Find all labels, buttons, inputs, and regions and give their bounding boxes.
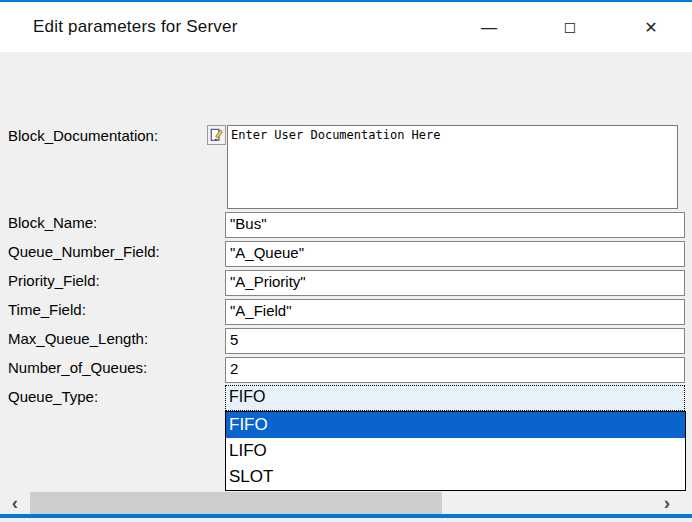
scroll-left-icon[interactable]: ‹ [4, 492, 26, 515]
block-documentation-textarea[interactable]: Enter User Documentation Here [227, 125, 678, 209]
titlebar: Edit parameters for Server — ☐ ✕ [0, 2, 692, 52]
maximize-button[interactable]: ☐ [553, 12, 587, 44]
dialog-body: Block_Documentation: Block_Name: Queue_N… [0, 52, 692, 514]
time-field-input[interactable]: "A_Field" [225, 299, 685, 325]
label-time-field: Time_Field: [8, 301, 86, 318]
label-block-documentation: Block_Documentation: [8, 127, 158, 144]
label-queue-number-field: Queue_Number_Field: [8, 243, 160, 260]
dropdown-option-lifo[interactable]: LIFO [226, 438, 685, 464]
window-title: Edit parameters for Server [33, 17, 238, 37]
label-number-of-queues: Number_of_Queues: [8, 359, 147, 376]
label-priority-field: Priority_Field: [8, 272, 100, 289]
queue-number-field-input[interactable]: "A_Queue" [225, 241, 685, 267]
edit-documentation-button[interactable] [207, 125, 226, 145]
close-button[interactable]: ✕ [634, 12, 668, 44]
label-block-name: Block_Name: [8, 214, 97, 231]
scrollbar-thumb[interactable] [30, 492, 442, 515]
number-of-queues-input[interactable]: 2 [225, 357, 685, 383]
priority-field-input[interactable]: "A_Priority" [225, 270, 685, 296]
minimize-button[interactable]: — [472, 12, 506, 44]
pencil-document-icon [210, 128, 223, 142]
queue-type-dropdown-list: FIFO LIFO SLOT [225, 411, 686, 491]
block-name-input[interactable]: "Bus" [225, 212, 685, 238]
scroll-right-icon[interactable]: › [656, 492, 678, 515]
label-queue-type: Queue_Type: [8, 388, 98, 405]
queue-type-combobox[interactable]: FIFO [225, 385, 685, 411]
window-bottom-pad [0, 518, 692, 522]
dialog-window: Edit parameters for Server — ☐ ✕ Block_D… [0, 0, 692, 522]
label-max-queue-length: Max_Queue_Length: [8, 330, 148, 347]
dropdown-option-fifo[interactable]: FIFO [226, 412, 685, 438]
horizontal-scrollbar[interactable]: ‹ › [0, 492, 692, 515]
dropdown-option-slot[interactable]: SLOT [226, 464, 685, 490]
max-queue-length-input[interactable]: 5 [225, 328, 685, 354]
